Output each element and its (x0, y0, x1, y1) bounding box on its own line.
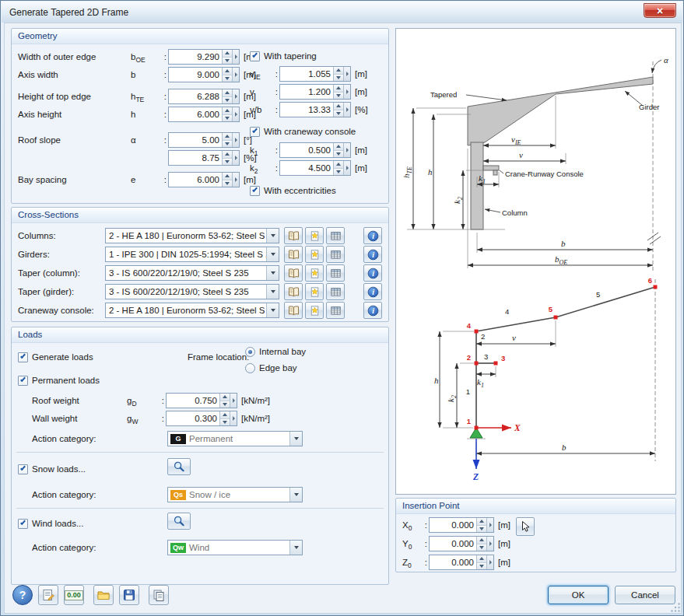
spin-up-icon[interactable] (223, 89, 232, 96)
axis-height-input[interactable]: 6.000 (168, 107, 240, 122)
section-library-button[interactable] (284, 264, 303, 282)
spin-up-icon[interactable] (223, 68, 232, 75)
input-value[interactable]: 0.000 (430, 537, 476, 551)
snow-action-category-combo[interactable]: Qs Snow / ice (167, 487, 303, 502)
spinner[interactable] (333, 85, 343, 99)
section-table-button[interactable] (326, 264, 345, 282)
spinner[interactable] (333, 143, 343, 157)
spin-down-icon[interactable] (477, 562, 486, 570)
section-library-button[interactable] (284, 283, 303, 300)
dropdown-arrow-icon[interactable] (266, 303, 279, 317)
spin-down-icon[interactable] (223, 180, 232, 187)
spin-down-icon[interactable] (223, 57, 232, 65)
param-arrow-button[interactable] (486, 518, 493, 532)
dropdown-arrow-icon[interactable] (266, 266, 279, 280)
spin-down-icon[interactable] (477, 525, 486, 533)
wall-weight-input[interactable]: 0.300 (166, 411, 237, 426)
ok-button[interactable]: OK (548, 586, 609, 604)
spin-up-icon[interactable] (334, 103, 343, 110)
edit-comment-button[interactable] (38, 585, 58, 605)
checkbox-box[interactable] (18, 352, 28, 362)
input-value[interactable]: 5.00 (169, 133, 222, 147)
spin-up-icon[interactable] (477, 537, 486, 544)
param-arrow-button[interactable] (486, 555, 493, 569)
k1-input[interactable]: 0.500 (279, 142, 351, 158)
spin-up-icon[interactable] (477, 518, 486, 525)
bay-spacing-input[interactable]: 6.000 (168, 172, 240, 187)
spinner[interactable] (333, 67, 343, 81)
snow-loads-details-button[interactable] (167, 458, 191, 475)
cancel-button[interactable]: Cancel (615, 586, 675, 604)
v-input[interactable]: 1.200 (279, 84, 351, 100)
spin-down-icon[interactable] (223, 140, 232, 148)
with-craneway-console-checkbox[interactable]: With craneway console (250, 125, 356, 138)
param-arrow-button[interactable] (230, 411, 237, 425)
section-table-button[interactable] (326, 227, 345, 244)
input-value[interactable]: 6.288 (169, 89, 222, 103)
param-arrow-button[interactable] (232, 151, 239, 165)
param-arrow-button[interactable] (232, 173, 239, 187)
input-value[interactable]: 9.000 (169, 68, 222, 82)
param-arrow-button[interactable] (232, 50, 239, 64)
param-arrow-button[interactable] (232, 133, 239, 147)
wind-loads-checkbox[interactable]: Wind loads... (18, 517, 83, 530)
param-arrow-button[interactable] (486, 537, 493, 551)
spin-down-icon[interactable] (223, 75, 232, 82)
input-value[interactable]: 6.000 (169, 173, 222, 187)
section-info-button[interactable] (363, 246, 382, 263)
pick-insertion-point-button[interactable] (516, 517, 535, 536)
spinner[interactable] (222, 133, 232, 147)
section-library-button[interactable] (284, 302, 303, 319)
decimal-places-button[interactable]: 0.00 (64, 585, 84, 605)
spinner[interactable] (476, 518, 486, 532)
checkbox-box[interactable] (18, 519, 28, 529)
input-value[interactable]: 0.300 (167, 411, 219, 425)
param-arrow-button[interactable] (343, 103, 350, 117)
spin-down-icon[interactable] (334, 92, 343, 100)
param-arrow-button[interactable] (232, 68, 239, 82)
param-arrow-button[interactable] (343, 85, 350, 99)
spin-up-icon[interactable] (334, 85, 343, 92)
section-info-button[interactable] (363, 227, 382, 244)
wind-loads-details-button[interactable] (167, 513, 191, 530)
spin-down-icon[interactable] (223, 96, 232, 104)
spinner[interactable] (222, 151, 232, 165)
dropdown-arrow-icon[interactable] (266, 247, 279, 261)
radio-circle[interactable] (245, 363, 255, 373)
spin-down-icon[interactable] (223, 158, 232, 166)
spin-up-icon[interactable] (223, 50, 232, 57)
section-table-button[interactable] (326, 283, 345, 300)
snow-loads-checkbox[interactable]: Snow loads... (18, 463, 86, 475)
roof-weight-input[interactable]: 0.750 (166, 393, 237, 408)
wind-action-category-combo[interactable]: Qw Wind (167, 540, 303, 555)
spinner[interactable] (222, 107, 232, 121)
spin-down-icon[interactable] (334, 110, 343, 117)
spin-up-icon[interactable] (223, 151, 232, 158)
spin-down-icon[interactable] (334, 168, 343, 176)
taper-girder-section-combo[interactable]: 3 - IS 600/220/12/19/0; Steel S 235 (105, 284, 279, 299)
spin-up-icon[interactable] (223, 173, 232, 180)
section-info-button[interactable] (363, 283, 382, 300)
copy-settings-button[interactable] (149, 585, 169, 605)
save-settings-button[interactable] (119, 585, 139, 605)
girders-section-combo[interactable]: 1 - IPE 300 | DIN 1025-5:1994; Steel S 2… (105, 247, 279, 262)
spinner[interactable] (476, 537, 486, 551)
spin-up-icon[interactable] (334, 67, 343, 74)
section-info-button[interactable] (363, 264, 382, 282)
height-top-edge-input[interactable]: 6.288 (168, 89, 240, 104)
spin-down-icon[interactable] (477, 544, 486, 551)
v-ie-input[interactable]: 1.055 (279, 66, 351, 82)
new-section-button[interactable] (305, 283, 324, 300)
new-section-button[interactable] (305, 246, 324, 263)
spin-down-icon[interactable] (223, 114, 232, 122)
spinner[interactable] (222, 50, 232, 64)
spinner[interactable] (333, 161, 343, 175)
input-value[interactable]: 9.290 (169, 50, 222, 64)
spin-up-icon[interactable] (477, 555, 486, 562)
checkbox-box[interactable] (18, 376, 28, 386)
help-button[interactable]: ? (12, 585, 33, 605)
input-value[interactable]: 8.75 (169, 151, 222, 165)
section-info-button[interactable] (363, 302, 382, 319)
titlebar[interactable]: Generate Tapered 2D Frame × (2, 2, 682, 23)
param-arrow-button[interactable] (230, 394, 237, 408)
